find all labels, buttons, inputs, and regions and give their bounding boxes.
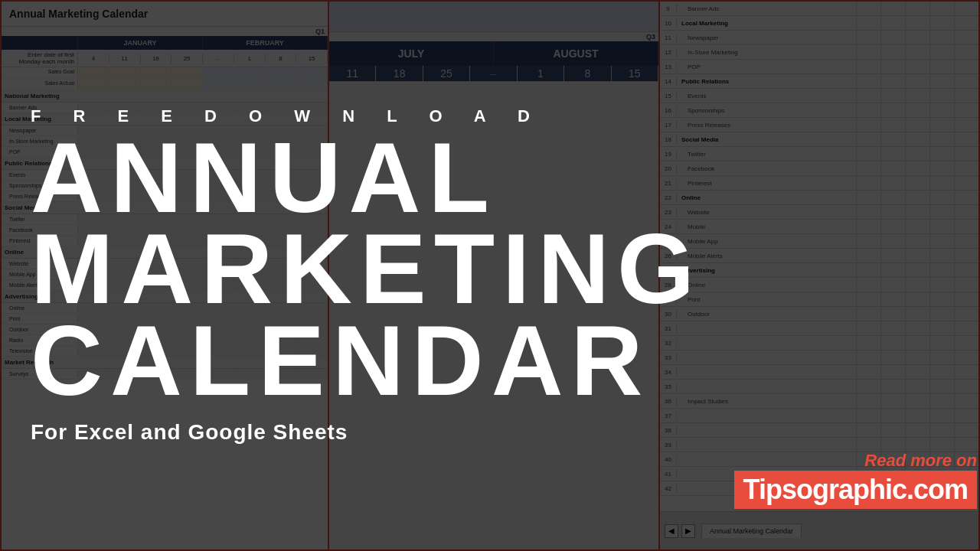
subtitle: For Excel and Google Sheets: [31, 420, 949, 445]
tipsographic-badge: Tipsographic.com: [734, 471, 977, 509]
read-more-text: Read more on: [734, 451, 977, 471]
main-title-line1: ANNUAL MARKETING: [31, 132, 949, 315]
main-title: ANNUAL MARKETING CALENDAR: [31, 132, 949, 407]
main-title-line2: CALENDAR: [31, 315, 949, 407]
badge-area: Read more on Tipsographic.com: [734, 451, 977, 509]
